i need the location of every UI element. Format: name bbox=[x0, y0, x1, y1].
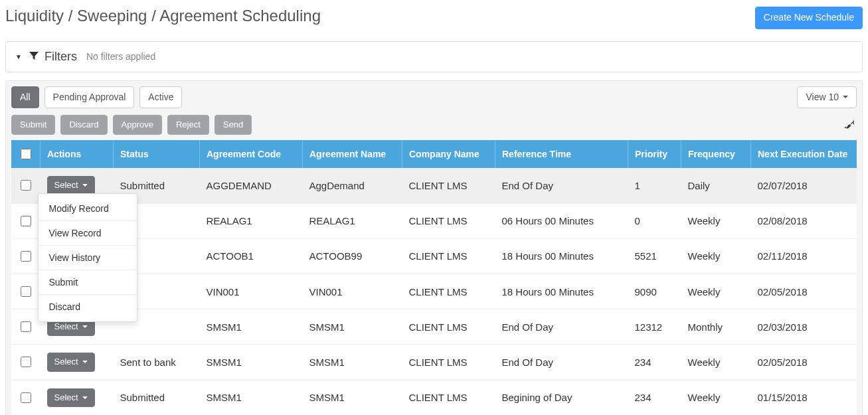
select-label: Select bbox=[54, 179, 78, 191]
reject-button[interactable]: Reject bbox=[167, 115, 209, 135]
cell-priority: 0 bbox=[628, 203, 681, 238]
menu-discard[interactable]: Discard bbox=[39, 295, 137, 319]
cell-company-name: CLIENT LMS bbox=[402, 203, 495, 238]
cell-frequency: Weekly bbox=[681, 380, 751, 415]
tab-all[interactable]: All bbox=[11, 86, 39, 109]
cell-agreement-name: SMSM1 bbox=[303, 380, 402, 415]
cell-next-execution-date: 02/07/2018 bbox=[751, 168, 857, 203]
cell-next-execution-date: 02/05/2018 bbox=[751, 345, 857, 380]
cell-priority: 234 bbox=[628, 345, 681, 380]
menu-view-history[interactable]: View History bbox=[39, 246, 137, 270]
cell-status: Submitted bbox=[114, 380, 200, 415]
cell-frequency: Weekly bbox=[681, 238, 751, 274]
cell-next-execution-date: 02/03/2018 bbox=[751, 309, 857, 345]
cell-agreement-name: AggDemand bbox=[303, 168, 402, 203]
caret-down-icon bbox=[843, 96, 848, 98]
table-row: SelectSubmittedSMSM1SMSM1CLIENT LMSBegin… bbox=[11, 380, 857, 415]
select-label: Select bbox=[54, 321, 78, 333]
table-row: SelectVIN001VIN001CLIENT LMS18 Hours 00 … bbox=[11, 274, 857, 309]
col-status[interactable]: Status bbox=[114, 140, 200, 168]
row-checkbox[interactable] bbox=[21, 357, 31, 367]
row-checkbox[interactable] bbox=[21, 321, 31, 332]
cell-agreement-code: ACTOOB1 bbox=[200, 238, 303, 274]
cell-frequency: Daily bbox=[681, 168, 751, 203]
filters-status-text: No filters applied bbox=[86, 51, 155, 62]
table-row: SelectREALAG1REALAG1CLIENT LMS06 Hours 0… bbox=[11, 203, 857, 238]
table-row: SelectModify RecordView RecordView Histo… bbox=[11, 168, 857, 203]
cell-reference-time: 18 Hours 00 Minutes bbox=[495, 274, 628, 309]
row-select-dropdown[interactable]: Select bbox=[47, 353, 95, 371]
cell-reference-time: 18 Hours 00 Minutes bbox=[495, 238, 628, 274]
cell-priority: 1 bbox=[628, 168, 681, 203]
table-row: SelectSMSM1SMSM1CLIENT LMSEnd Of Day1231… bbox=[11, 309, 857, 345]
cell-agreement-code: REALAG1 bbox=[200, 203, 303, 238]
submit-button[interactable]: Submit bbox=[11, 115, 55, 135]
menu-view-record[interactable]: View Record bbox=[39, 221, 137, 245]
row-checkbox[interactable] bbox=[21, 180, 31, 191]
cell-next-execution-date: 01/15/2018 bbox=[751, 380, 857, 415]
row-select-dropdown[interactable]: Select bbox=[47, 388, 95, 407]
col-agreement-code[interactable]: Agreement Code bbox=[200, 140, 303, 168]
filters-title: Filters bbox=[44, 50, 77, 64]
cell-next-execution-date: 02/11/2018 bbox=[751, 238, 857, 274]
filter-icon bbox=[29, 50, 39, 63]
row-checkbox[interactable] bbox=[21, 216, 31, 226]
cell-agreement-code: AGGDEMAND bbox=[200, 168, 303, 203]
view-count-label: View 10 bbox=[806, 91, 839, 104]
select-label: Select bbox=[54, 392, 78, 404]
cell-reference-time: 06 Hours 00 Minutes bbox=[495, 203, 628, 238]
cell-company-name: CLIENT LMS bbox=[402, 238, 495, 274]
cell-agreement-name: SMSM1 bbox=[303, 345, 402, 380]
cell-next-execution-date: 02/08/2018 bbox=[751, 203, 857, 238]
cell-next-execution-date: 02/05/2018 bbox=[751, 274, 857, 309]
send-button[interactable]: Send bbox=[215, 115, 252, 135]
view-count-dropdown[interactable]: View 10 bbox=[797, 86, 857, 109]
cell-agreement-code: VIN001 bbox=[200, 274, 303, 309]
cell-frequency: Monthly bbox=[681, 309, 751, 345]
cell-priority: 9090 bbox=[628, 274, 681, 309]
caret-down-icon bbox=[82, 325, 88, 328]
tab-active[interactable]: Active bbox=[139, 86, 182, 109]
discard-button[interactable]: Discard bbox=[60, 115, 107, 135]
create-new-schedule-button[interactable]: Create New Schedule bbox=[755, 7, 863, 29]
col-reference-time[interactable]: Reference Time bbox=[495, 140, 628, 168]
cell-agreement-code: SMSM1 bbox=[200, 380, 303, 415]
row-select-dropdown[interactable]: Select bbox=[47, 176, 95, 195]
col-actions: Actions bbox=[41, 140, 114, 168]
approve-button[interactable]: Approve bbox=[113, 115, 162, 135]
col-next-execution-date[interactable]: Next Execution Date bbox=[751, 140, 857, 168]
col-agreement-name[interactable]: Agreement Name bbox=[303, 140, 402, 168]
tab-pending-approval[interactable]: Pending Approval bbox=[44, 86, 135, 109]
cell-company-name: CLIENT LMS bbox=[402, 380, 495, 415]
select-all-checkbox[interactable] bbox=[21, 149, 31, 159]
cell-reference-time: End Of Day bbox=[495, 309, 628, 345]
cell-agreement-name: VIN001 bbox=[303, 274, 402, 309]
cell-company-name: CLIENT LMS bbox=[402, 168, 495, 203]
col-frequency[interactable]: Frequency bbox=[681, 140, 751, 168]
cell-status: Sent to bank bbox=[114, 345, 200, 380]
cell-frequency: Weekly bbox=[681, 203, 751, 238]
cell-agreement-code: SMSM1 bbox=[200, 309, 303, 345]
row-checkbox[interactable] bbox=[21, 251, 31, 262]
menu-submit[interactable]: Submit bbox=[39, 270, 137, 294]
filters-panel[interactable]: ▼ Filters No filters applied bbox=[5, 41, 863, 72]
cell-reference-time: Begining of Day bbox=[495, 380, 628, 415]
settings-icon[interactable] bbox=[841, 116, 857, 134]
col-priority[interactable]: Priority bbox=[628, 140, 681, 168]
row-checkbox[interactable] bbox=[21, 392, 31, 403]
cell-company-name: CLIENT LMS bbox=[402, 345, 495, 380]
cell-company-name: CLIENT LMS bbox=[402, 309, 495, 345]
schedule-table: Actions Status Agreement Code Agreement … bbox=[11, 140, 857, 415]
menu-modify-record[interactable]: Modify Record bbox=[39, 197, 137, 220]
cell-agreement-name: ACTOOB99 bbox=[303, 238, 402, 274]
select-label: Select bbox=[54, 356, 78, 368]
table-row: SelectSent to bankSMSM1SMSM1CLIENT LMSEn… bbox=[11, 345, 857, 380]
caret-down-icon bbox=[82, 361, 88, 363]
cell-priority: 12312 bbox=[628, 309, 681, 345]
caret-down-icon bbox=[82, 184, 88, 187]
col-company-name[interactable]: Company Name bbox=[402, 140, 495, 168]
cell-reference-time: End Of Day bbox=[495, 168, 628, 203]
table-row: SelectACTOOB1ACTOOB99CLIENT LMS18 Hours … bbox=[11, 238, 857, 274]
row-checkbox[interactable] bbox=[21, 286, 31, 297]
cell-frequency: Weekly bbox=[681, 345, 751, 380]
